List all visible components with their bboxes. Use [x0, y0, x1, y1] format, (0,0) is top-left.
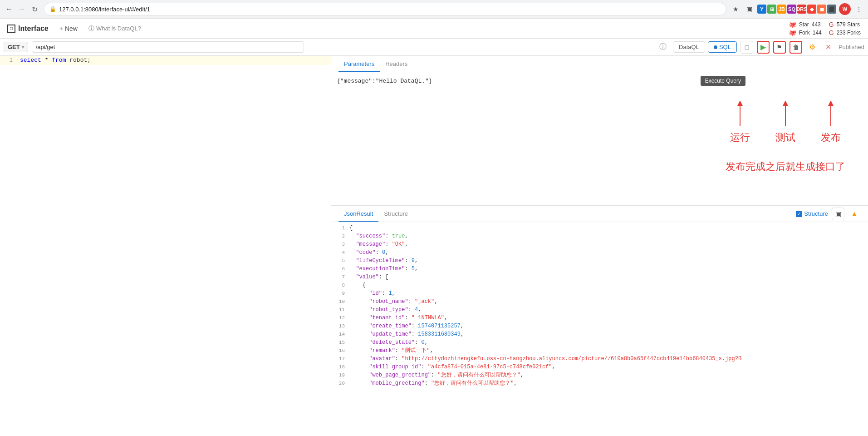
keyword-select: select [20, 57, 41, 64]
github-stats: 🐙 Star 443 🐙 Fork 144 [789, 21, 822, 36]
ext-sq-icon[interactable]: SQ [787, 5, 796, 14]
logo-icon: □ [7, 25, 15, 33]
json-line-8: 8 { [331, 281, 868, 289]
ext-orange-icon[interactable]: ◼ [817, 5, 826, 14]
copy-result-button[interactable]: ▣ [832, 208, 844, 220]
json-line-13: 13 "create_time": 1574071135257, [331, 322, 868, 330]
test-icon: ⚑ [776, 44, 782, 51]
right-panel: Parameters Headers {"message":"Hello Dat… [331, 56, 868, 436]
path-input[interactable] [32, 41, 304, 53]
code-panel: 1 select * from robot; [0, 56, 331, 436]
json-line-4: 4 "code": 0, [331, 248, 868, 257]
copy-icon-button[interactable]: □ [740, 41, 753, 54]
json-line-18: 18 "skill_group_id": "a4cfa874-015a-4e81… [331, 363, 868, 371]
json-line-11: 11 "robot_type": 4, [331, 306, 868, 314]
github-fork-stat[interactable]: 🐙 Fork 144 [789, 29, 822, 36]
settings-orange-button[interactable]: ⚙ [806, 41, 819, 54]
sql-dot-icon [714, 45, 717, 49]
ext-y-icon[interactable]: Y [757, 5, 766, 14]
json-line-1: 1 { [331, 224, 868, 232]
fork-label: Fork [799, 30, 810, 36]
bottom-tab-right: ✓ Structure ▣ ▲ [796, 208, 861, 220]
github-star-stat[interactable]: 🐙 Star 443 [789, 21, 822, 28]
play-icon: ▶ [760, 43, 766, 51]
code-line-1: 1 select * from robot; [0, 56, 331, 65]
ext-jb-icon[interactable]: JB [777, 5, 786, 14]
json-line-7: 7 "value": [ [331, 273, 868, 281]
json-line-2: 2 "success": true, [331, 232, 868, 240]
sql-label: SQL [719, 44, 731, 50]
delete-button[interactable]: ✕ [822, 41, 835, 54]
gitee-fork-stat[interactable]: G 233 Forks [829, 29, 861, 36]
code-editor[interactable]: 1 select * from robot; [0, 56, 331, 436]
bookmark-icon[interactable]: ★ [730, 4, 741, 15]
sql-button[interactable]: SQL [708, 41, 737, 53]
params-panel: Parameters Headers {"message":"Hello Dat… [331, 56, 868, 206]
json-line-15: 15 "delete_state": 0, [331, 338, 868, 347]
star-label: Star [799, 21, 809, 28]
header-right: 🐙 Star 443 🐙 Fork 144 G 579 Stars G 233 … [789, 21, 861, 36]
publish-button[interactable]: 🗑 [790, 41, 802, 54]
address-bar[interactable]: 🔒 127.0.0.1:8080/interface-ui/#/edit/1 [44, 3, 726, 15]
test-button[interactable]: ⚑ [773, 41, 786, 54]
json-line-16: 16 "remark": "测试一下", [331, 347, 868, 355]
line-number-1: 1 [0, 56, 18, 65]
github-icon: 🐙 [789, 21, 796, 28]
json-line-10: 10 "robot_name": "jack", [331, 297, 868, 306]
back-button[interactable]: ← [4, 4, 15, 15]
refresh-button[interactable]: ↻ [29, 4, 40, 15]
ext-red-icon[interactable]: ◆ [807, 5, 816, 14]
tab-parameters[interactable]: Parameters [338, 57, 380, 72]
new-button[interactable]: + New [56, 23, 81, 34]
url-text: 127.0.0.1:8080/interface-ui/#/edit/1 [59, 6, 721, 13]
ext-dark-icon[interactable]: ⬛ [827, 5, 836, 14]
gitee-fork-label: 233 Forks [837, 30, 861, 36]
new-label: New [65, 25, 78, 32]
close-icon: ✕ [825, 43, 831, 51]
dataql-button[interactable]: DataQL [673, 41, 705, 53]
run-button[interactable]: ▶ [757, 41, 770, 54]
cast-icon[interactable]: ▣ [744, 4, 755, 15]
structure-checkbox[interactable]: ✓ Structure [796, 210, 828, 217]
bottom-tabs-row: JsonResult Structure ✓ Structure ▣ ▲ [331, 206, 868, 222]
ext-drs-icon[interactable]: DRS [797, 5, 806, 14]
info-button[interactable]: ⓘ [657, 41, 669, 54]
info-icon: ⓘ [88, 25, 94, 33]
params-json-content: {"message":"Hello DataQL."} [337, 78, 863, 84]
tab-structure[interactable]: Structure [378, 207, 413, 222]
gitee-stats: G 579 Stars G 233 Forks [829, 21, 861, 36]
json-result-content: 1 { 2 "success": true, 3 "message": "OK"… [331, 222, 868, 436]
toolbar-row: GET ▾ ⓘ DataQL SQL □ ▶ ⚑ 🗑 ⚙ ✕ Published [0, 39, 868, 56]
nav-buttons: ← → ↻ [4, 4, 40, 15]
published-label: Published [839, 44, 864, 50]
tab-headers[interactable]: Headers [380, 57, 413, 72]
tab-json-result[interactable]: JsonResult [338, 207, 378, 222]
fork-github-icon: 🐙 [789, 29, 796, 36]
gitee-star-label: 579 Stars [837, 21, 860, 28]
forward-button[interactable]: → [16, 4, 27, 15]
profile-button[interactable]: W [839, 3, 851, 15]
app-logo[interactable]: □ Interface [7, 25, 49, 33]
json-line-12: 12 "tenant_id": "_1NTNWLA", [331, 314, 868, 322]
checkbox-icon: ✓ [796, 211, 802, 217]
json-line-19: 19 "web_page_greeting": "您好，请问有什么可以帮助您？"… [331, 371, 868, 379]
what-is-link[interactable]: ⓘ What is DataQL? [88, 25, 141, 33]
browser-chrome: ← → ↻ 🔒 127.0.0.1:8080/interface-ui/#/ed… [0, 0, 868, 19]
browser-actions: ★ ▣ Y ⊞ JB SQ DRS ◆ ◼ ⬛ W ⋮ [730, 3, 864, 15]
expand-result-button[interactable]: ▲ [848, 208, 861, 220]
main-area: 1 select * from robot; Parameters Header… [0, 56, 868, 436]
gitee-fork-icon: G [829, 29, 834, 36]
gitee-star-stat[interactable]: G 579 Stars [829, 21, 861, 28]
browser-toolbar: ← → ↻ 🔒 127.0.0.1:8080/interface-ui/#/ed… [0, 0, 868, 18]
table-name: robot; [69, 57, 91, 64]
ext-grid-icon[interactable]: ⊞ [767, 5, 776, 14]
method-selector[interactable]: GET ▾ [4, 42, 28, 52]
gitee-g-icon: G [829, 21, 834, 28]
datasource-buttons: DataQL SQL [673, 41, 737, 53]
trash-icon: 🗑 [793, 44, 799, 51]
menu-button[interactable]: ⋮ [853, 4, 864, 15]
json-line-3: 3 "message": "OK", [331, 240, 868, 248]
json-line-20: 20 "mobile_greeting": "您好，请问有什么可以帮助您？", [331, 379, 868, 387]
star-count: 443 [812, 21, 821, 28]
plus-icon: + [59, 25, 63, 32]
